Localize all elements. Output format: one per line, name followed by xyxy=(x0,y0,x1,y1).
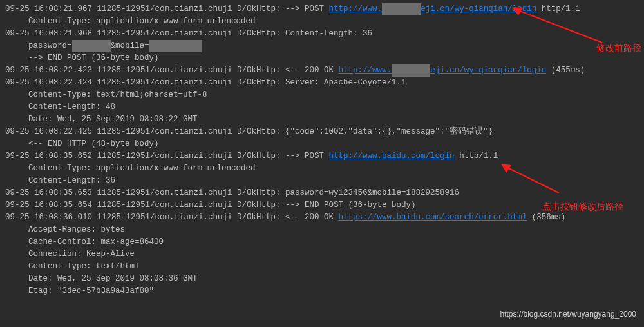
log-row: Accept-Ranges: bytes xyxy=(5,224,639,236)
log-row: <-- END HTTP (48-byte body) xyxy=(5,138,639,150)
request-url-before[interactable]: http://www.________eji.cn/wy-qianqian/lo… xyxy=(329,5,537,14)
redacted-segment: ________ xyxy=(392,64,430,77)
request-url-after[interactable]: http://www.baidu.com/login xyxy=(329,152,455,161)
annotation-before: 修改前路径 xyxy=(596,42,641,54)
log-row: 09-25 16:08:36.010 11285-12951/com.tianz… xyxy=(5,212,639,224)
log-row: 09-25 16:08:22.423 11285-12951/com.tianz… xyxy=(5,64,639,77)
log-row: 09-25 16:08:22.424 11285-12951/com.tianz… xyxy=(5,77,639,89)
response-url-after[interactable]: https://www.baidu.com/search/error.html xyxy=(339,213,527,222)
log-row: --> END POST (36-byte body) xyxy=(5,52,639,64)
log-row: 09-25 16:08:21.968 11285-12951/com.tianz… xyxy=(5,28,639,40)
log-row: 09-25 16:08:21.967 11285-12951/com.tianz… xyxy=(5,3,639,15)
log-row: 09-25 16:08:35.653 11285-12951/com.tianz… xyxy=(5,187,639,199)
log-row: password=________&mobile=___________ xyxy=(5,40,639,52)
watermark: https://blog.csdn.net/wuyangyang_2000 xyxy=(500,308,637,321)
response-url-before[interactable]: http://www.________eji.cn/wy-qianqian/lo… xyxy=(339,66,547,75)
log-row: Etag: "3dec-57b3a9a43af80" xyxy=(5,285,639,297)
log-row: 09-25 16:08:35.652 11285-12951/com.tianz… xyxy=(5,150,639,163)
log-row: Cache-Control: max-age=86400 xyxy=(5,236,639,248)
log-row: 09-25 16:08:22.425 11285-12951/com.tianz… xyxy=(5,126,639,138)
log-row: Date: Wed, 25 Sep 2019 08:08:36 GMT xyxy=(5,273,639,285)
redacted-segment: ________ xyxy=(382,3,421,15)
log-row: Content-Length: 36 xyxy=(5,175,639,187)
log-row: Content-Type: text/html;charset=utf-8 xyxy=(5,89,639,101)
log-row: Content-Type: application/x-www-form-url… xyxy=(5,15,639,28)
log-row: Content-Type: application/x-www-form-url… xyxy=(5,163,639,175)
annotation-after: 点击按钮修改后路径 xyxy=(542,201,626,212)
log-row: Date: Wed, 25 Sep 2019 08:08:22 GMT xyxy=(5,114,639,126)
redacted-segment: ________ xyxy=(72,40,111,52)
redacted-segment: ___________ xyxy=(149,40,203,52)
log-row: Content-Length: 48 xyxy=(5,101,639,114)
log-row: Content-Type: text/html xyxy=(5,261,639,273)
log-row: Connection: Keep-Alive xyxy=(5,248,639,261)
log-text: 09-25 16:08:21.967 11285-12951/com.tianz… xyxy=(5,5,329,14)
